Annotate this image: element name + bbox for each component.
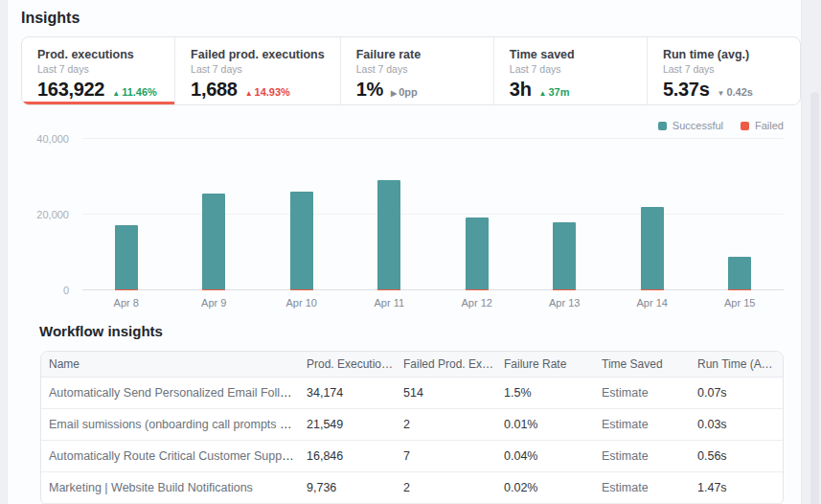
stat-card-time-saved[interactable]: Time saved Last 7 days 3h ▲37m [493, 37, 647, 104]
failed-prod-executions-value: 514 [403, 386, 504, 400]
stat-card-delta: ▲11.46% [112, 86, 157, 98]
failed-prod-executions-value: 2 [403, 418, 504, 431]
trend-down-icon: ▼ [717, 89, 724, 98]
run-time-value: 1.47s [697, 481, 783, 494]
main-content: Insights Prod. executions Last 7 days 16… [7, 0, 802, 504]
workflow-table: Name Prod. Executions↓ Failed Prod. Exec… [40, 351, 784, 504]
vertical-scrollbar[interactable] [810, 92, 819, 504]
chart-y-axis: 020,00040,000 [21, 139, 75, 290]
stat-card-label: Prod. executions [37, 48, 159, 62]
failure-rate-value: 1.5% [504, 386, 602, 400]
prod-executions-value: 9,736 [307, 481, 403, 494]
column-header-time-saved[interactable]: Time Saved [602, 357, 697, 371]
estimate-link[interactable]: Estimate [602, 481, 649, 494]
stat-card-failed-prod-executions[interactable]: Failed prod. executions Last 7 days 1,68… [174, 37, 340, 104]
stat-card-value: 5.37s [663, 79, 710, 101]
legend-item-failed[interactable]: Failed [741, 120, 784, 131]
stat-card-failure-rate[interactable]: Failure rate Last 7 days 1% ▶0pp [340, 37, 493, 104]
stat-card-period: Last 7 days [191, 63, 325, 75]
table-header-row: Name Prod. Executions↓ Failed Prod. Exec… [41, 352, 783, 378]
bar-apr-8: Apr 8 [82, 139, 171, 290]
executions-chart: Successful Failed 020,00040,000 Apr 8Apr… [21, 112, 801, 309]
trend-flat-icon: ▶ [391, 89, 397, 98]
page-title: Insights [21, 10, 80, 27]
legend-label: Successful [673, 120, 723, 131]
column-header-failure-rate[interactable]: Failure Rate [504, 357, 602, 371]
column-header-name[interactable]: Name [49, 357, 307, 371]
failed-swatch-icon [741, 122, 749, 130]
legend-label: Failed [755, 120, 784, 131]
bar-apr-9: Apr 9 [171, 139, 259, 290]
column-header-prod-executions[interactable]: Prod. Executions↓ [307, 357, 403, 371]
legend-item-successful[interactable]: Successful [658, 120, 723, 131]
stat-card-prod-executions[interactable]: Prod. executions Last 7 days 163,922 ▲11… [22, 37, 174, 104]
column-header-run-time[interactable]: Run Time (Avg.) [697, 357, 783, 371]
stat-card-period: Last 7 days [37, 63, 159, 75]
stat-card-period: Last 7 days [356, 63, 478, 75]
failed-prod-executions-value: 2 [403, 481, 504, 494]
bar-apr-12: Apr 12 [433, 139, 521, 290]
failure-rate-value: 0.04% [504, 449, 602, 463]
table-row: Automatically Send Personalized Email Fo… [41, 378, 783, 409]
stat-card-value: 163,922 [37, 79, 104, 101]
prod-executions-value: 34,174 [307, 386, 403, 400]
estimate-link[interactable]: Estimate [602, 449, 649, 463]
trend-up-icon: ▲ [112, 89, 120, 98]
stat-card-period: Last 7 days [510, 63, 631, 75]
stat-card-value: 3h [510, 79, 532, 101]
column-header-failed-prod-executions[interactable]: Failed Prod. Executions [403, 357, 504, 371]
failed-prod-executions-value: 7 [403, 449, 504, 463]
sort-desc-icon: ↓ [396, 358, 401, 370]
failure-rate-value: 0.02% [504, 481, 602, 494]
stat-card-label: Time saved [510, 48, 631, 62]
trend-up-icon: ▲ [539, 89, 547, 98]
stat-card-label: Failed prod. executions [191, 48, 325, 62]
stat-card-label: Run time (avg.) [663, 48, 785, 62]
estimate-link[interactable]: Estimate [602, 418, 649, 431]
table-row: Marketing | Website Build Notifications … [41, 472, 783, 504]
chart-plot: Apr 8Apr 9Apr 10Apr 11Apr 12Apr 13Apr 14… [82, 139, 784, 290]
stat-card-delta: ▼0.42s [717, 86, 752, 98]
bar-apr-14: Apr 14 [608, 139, 696, 290]
stat-card-delta: ▲14.93% [245, 86, 290, 98]
bar-apr-11: Apr 11 [346, 139, 434, 290]
failure-rate-value: 0.01% [504, 418, 602, 431]
stat-card-period: Last 7 days [663, 63, 785, 75]
bar-apr-10: Apr 10 [258, 139, 346, 290]
trend-up-icon: ▲ [245, 89, 253, 98]
table-row: Automatically Route Critical Customer Su… [41, 441, 783, 472]
insights-screen: Insights Prod. executions Last 7 days 16… [0, 0, 821, 504]
stat-card-run-time[interactable]: Run time (avg.) Last 7 days 5.37s ▼0.42s [647, 37, 800, 104]
run-time-value: 0.07s [697, 386, 783, 400]
stat-card-value: 1,688 [191, 79, 238, 101]
chart-legend: Successful Failed [658, 120, 784, 131]
workflow-link[interactable]: Email sumissions (onboarding call prompt… [49, 418, 307, 431]
run-time-value: 0.03s [697, 418, 783, 431]
workflow-link[interactable]: Marketing | Website Build Notifications [49, 481, 253, 494]
bar-apr-15: Apr 15 [696, 139, 785, 290]
stat-card-label: Failure rate [356, 48, 478, 62]
section-title: Workflow insights [39, 323, 163, 339]
prod-executions-value: 16,846 [307, 449, 403, 463]
stat-card-delta: ▶0pp [391, 86, 418, 98]
summary-cards: Prod. executions Last 7 days 163,922 ▲11… [21, 36, 801, 105]
prod-executions-value: 21,549 [307, 418, 403, 431]
bar-apr-13: Apr 13 [521, 139, 609, 290]
table-row: Email sumissions (onboarding call prompt… [41, 409, 783, 441]
successful-swatch-icon [658, 122, 667, 130]
stat-card-delta: ▲37m [539, 86, 570, 98]
workflow-link[interactable]: Automatically Route Critical Customer Su… [49, 449, 307, 463]
workflow-link[interactable]: Automatically Send Personalized Email Fo… [49, 386, 307, 400]
run-time-value: 0.56s [697, 449, 783, 463]
estimate-link[interactable]: Estimate [602, 386, 649, 400]
stat-card-value: 1% [356, 79, 383, 101]
